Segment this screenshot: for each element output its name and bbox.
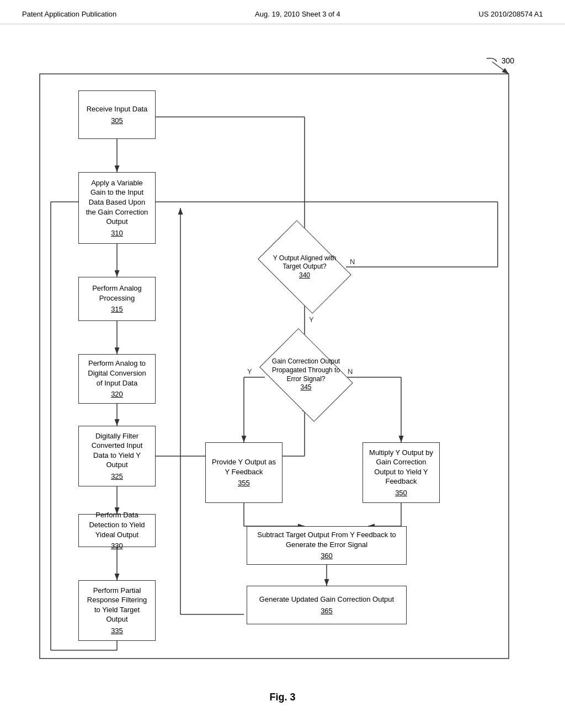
box-315: Perform Analog Processing 315 [78,277,156,321]
figure-label: Fig. 3 [0,692,565,703]
box-350: Multiply Y Output by Gain Correction Out… [363,442,440,503]
diamond-340: Y Output Aligned with Target Output? 340 [266,237,343,297]
box-335: Perform Partial Response Filtering to Yi… [78,580,156,641]
svg-text:N: N [348,367,353,376]
header-middle: Aug. 19, 2010 Sheet 3 of 4 [255,10,340,18]
box-360: Subtract Target Output From Y Feedback t… [247,526,407,565]
flowchart-diagram: 300 [34,46,531,681]
svg-text:Y: Y [247,367,252,376]
box-305: Receive Input Data 305 [78,90,156,139]
svg-text:Y: Y [309,315,314,324]
diamond-345: Gain Correction Output Propagated Throug… [266,343,346,406]
box-310: Apply a Variable Gain to the Input Data … [78,172,156,244]
page-header: Patent Application Publication Aug. 19, … [0,0,565,24]
diagram-label: 300 [502,56,514,65]
box-330: Perform Data Detection to Yield Yideal O… [78,514,156,547]
box-325: Digitally Filter Converted Input Data to… [78,426,156,486]
header-left: Patent Application Publication [22,10,116,18]
box-365: Generate Updated Gain Correction Output … [247,586,407,624]
header-right: US 2010/208574 A1 [479,10,543,18]
box-320: Perform Analog to Digital Conversion of … [78,354,156,404]
box-355: Provide Y Output as Y Feedback 355 [205,442,282,503]
svg-text:N: N [350,258,355,266]
